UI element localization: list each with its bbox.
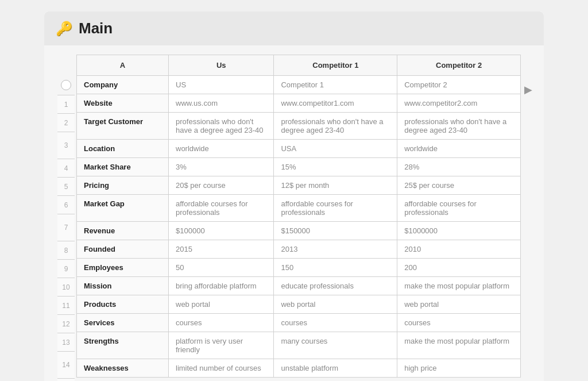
- circle-selector[interactable]: [61, 80, 71, 90]
- row-number-3: 3: [57, 132, 75, 159]
- row-number-1: 1: [57, 95, 75, 113]
- cell-c2-4: worldwide: [397, 140, 521, 158]
- table-row: Pricing20$ per course12$ per month25$ pe…: [77, 176, 521, 195]
- page-header: 🔑 Main: [44, 11, 544, 45]
- col-header-c1: Competitor 1: [274, 55, 397, 76]
- col-header-us: Us: [169, 55, 274, 76]
- table-row: Servicescoursescoursescourses: [77, 314, 521, 332]
- cell-us-13: courses: [169, 314, 274, 332]
- cell-us-12: web portal: [169, 295, 274, 314]
- row-number-11: 11: [57, 296, 75, 314]
- col-header-a: A: [77, 55, 169, 76]
- row-label-2: Website: [77, 94, 169, 113]
- row-label-9: Founded: [77, 240, 169, 259]
- table-row: Strengthsplatform is very user friendlym…: [77, 332, 521, 359]
- row-number-2: 2: [57, 113, 75, 132]
- comparison-table: A Us Competitor 1 Competitor 2 CompanyUS…: [76, 55, 521, 378]
- cell-us-5: 3%: [169, 158, 274, 176]
- cell-us-6: 20$ per course: [169, 176, 274, 195]
- row-number-14: 14: [57, 351, 75, 378]
- row-number-8: 8: [57, 241, 75, 259]
- cell-c2-3: professionals who don't have a degree ag…: [397, 113, 521, 140]
- cell-c2-2: www.competitor2.com: [397, 94, 521, 113]
- row-label-7: Market Gap: [77, 195, 169, 222]
- page-title: Main: [79, 20, 113, 37]
- row-label-13: Services: [77, 314, 169, 332]
- row-label-6: Pricing: [77, 176, 169, 195]
- row-label-3: Target Customer: [77, 113, 169, 140]
- col-header-c2: Competitor 2: [397, 55, 521, 76]
- cell-c1-10: 150: [274, 259, 397, 277]
- table-row: Productsweb portalweb portalweb portal: [77, 295, 521, 314]
- cell-us-14: platform is very user friendly: [169, 332, 274, 359]
- cell-us-9: 2015: [169, 240, 274, 259]
- cell-us-3: professionals who don't have a degree ag…: [169, 113, 274, 140]
- cell-c2-13: courses: [397, 314, 521, 332]
- header-emoji: 🔑: [56, 21, 73, 37]
- table-row: Missionbring affordable platformeducate …: [77, 277, 521, 295]
- table-row: Market Gapaffordable courses for profess…: [77, 195, 521, 222]
- cell-c2-9: 2010: [397, 240, 521, 259]
- cell-c1-2: www.competitor1.com: [274, 94, 397, 113]
- table-row: Revenue$100000$150000$1000000: [77, 222, 521, 240]
- row-label-11: Mission: [77, 277, 169, 295]
- row-number-10: 10: [57, 278, 75, 296]
- row-number-7: 7: [57, 214, 75, 241]
- cell-c1-12: web portal: [274, 295, 397, 314]
- cell-c1-11: educate professionals: [274, 277, 397, 295]
- row-label-10: Employees: [77, 259, 169, 277]
- row-number-15: 15: [57, 378, 75, 381]
- cell-c1-3: professionals who don't have a degree ag…: [274, 113, 397, 140]
- cell-us-4: worldwide: [169, 140, 274, 158]
- cell-us-2: www.us.com: [169, 94, 274, 113]
- cell-c2-14: make the most popular platform: [397, 332, 521, 359]
- cell-c1-14: many courses: [274, 332, 397, 359]
- scroll-right-arrow[interactable]: ▶: [521, 55, 532, 96]
- row-number-6: 6: [57, 195, 75, 214]
- cell-us-7: affordable courses for professionals: [169, 195, 274, 222]
- row-label-4: Location: [77, 140, 169, 158]
- cell-c2-11: make the most popular platform: [397, 277, 521, 295]
- cell-c2-15: high price: [397, 359, 521, 378]
- row-label-15: Weaknesses: [77, 359, 169, 378]
- table-body: CompanyUSCompetitor 1Competitor 2Website…: [77, 76, 521, 378]
- cell-us-11: bring affordable platform: [169, 277, 274, 295]
- table-row: Market Share3%15%28%: [77, 158, 521, 176]
- table-row: Weaknesseslimited number of coursesunsta…: [77, 359, 521, 378]
- table-row: Employees50150200: [77, 259, 521, 277]
- cell-c1-1: Competitor 1: [274, 76, 397, 94]
- row-number-9: 9: [57, 259, 75, 278]
- cell-c1-7: affordable courses for professionals: [274, 195, 397, 222]
- cell-c2-12: web portal: [397, 295, 521, 314]
- cell-c2-10: 200: [397, 259, 521, 277]
- cell-us-15: limited number of courses: [169, 359, 274, 378]
- cell-c1-13: courses: [274, 314, 397, 332]
- page-wrapper: 🔑 Main 123456789101112131415 A Us Compet…: [44, 11, 544, 381]
- row-label-14: Strengths: [77, 332, 169, 359]
- cell-c1-8: $150000: [274, 222, 397, 240]
- cell-c1-4: USA: [274, 140, 397, 158]
- table-row: CompanyUSCompetitor 1Competitor 2: [77, 76, 521, 94]
- row-numbers: 123456789101112131415: [57, 95, 75, 381]
- cell-c2-7: affordable courses for professionals: [397, 195, 521, 222]
- row-number-5: 5: [57, 177, 75, 195]
- row-label-8: Revenue: [77, 222, 169, 240]
- row-number-4: 4: [57, 159, 75, 177]
- cell-c2-1: Competitor 2: [397, 76, 521, 94]
- table-row: Target Customerprofessionals who don't h…: [77, 113, 521, 140]
- cell-us-10: 50: [169, 259, 274, 277]
- row-number-13: 13: [57, 333, 75, 351]
- table-row: LocationworldwideUSAworldwide: [77, 140, 521, 158]
- row-label-5: Market Share: [77, 158, 169, 176]
- cell-c2-8: $1000000: [397, 222, 521, 240]
- cell-c1-6: 12$ per month: [274, 176, 397, 195]
- cell-c1-5: 15%: [274, 158, 397, 176]
- cell-us-1: US: [169, 76, 274, 94]
- table-row: Websitewww.us.comwww.competitor1.comwww.…: [77, 94, 521, 113]
- table-row: Founded201520132010: [77, 240, 521, 259]
- cell-c2-5: 28%: [397, 158, 521, 176]
- cell-c2-6: 25$ per course: [397, 176, 521, 195]
- cell-c1-15: unstable platform: [274, 359, 397, 378]
- row-label-1: Company: [77, 76, 169, 94]
- cell-us-8: $100000: [169, 222, 274, 240]
